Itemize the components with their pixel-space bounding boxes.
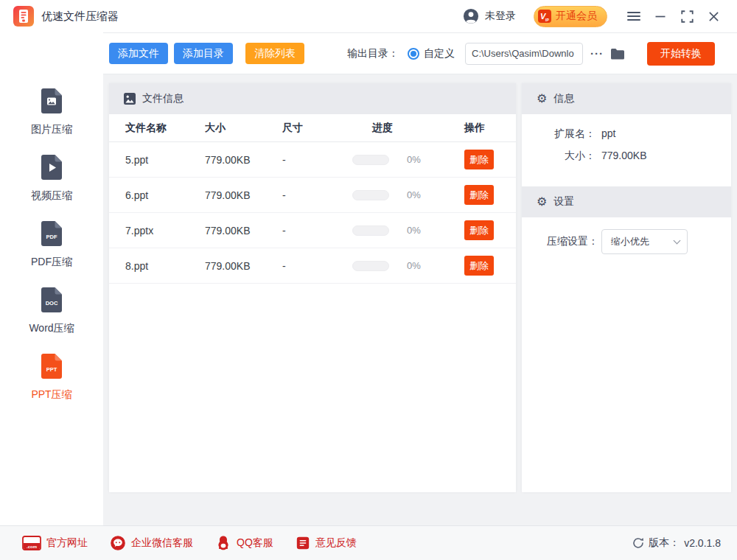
cell-dimension: - (282, 154, 352, 166)
app-title: 优速文件压缩器 (41, 10, 119, 24)
svg-text:.com: .com (27, 545, 37, 549)
version-value: v2.0.1.8 (684, 537, 721, 549)
cell-progress: 0% (352, 154, 464, 165)
progress-bar (352, 225, 389, 236)
browse-more-button[interactable]: ··· (590, 47, 604, 60)
add-directory-button[interactable]: 添加目录 (174, 43, 233, 64)
qq-service-link[interactable]: QQ客服 (215, 535, 273, 551)
footer: .com 官方网址 企业微信客服 (0, 525, 737, 560)
col-dimension: 尺寸 (282, 122, 352, 135)
official-website-link[interactable]: .com 官方网址 (22, 536, 88, 550)
close-button[interactable] (700, 5, 727, 27)
footer-link-label: QQ客服 (237, 536, 273, 550)
sidebar-item-video-compress[interactable]: 视频压缩 (31, 155, 72, 203)
open-vip-button[interactable]: V IP 开通会员 (534, 6, 607, 27)
compress-setting-row: 压缩设置： 缩小优先 (522, 229, 731, 254)
svg-text:PDF: PDF (46, 234, 57, 240)
login-status: 未登录 (485, 10, 516, 23)
window-body: 图片压缩 视频压缩 PDF (0, 32, 737, 525)
progress-bar (352, 190, 389, 200)
svg-text:DOC: DOC (46, 300, 58, 307)
footer-link-label: 官方网址 (46, 536, 88, 550)
progress-bar (352, 261, 389, 271)
table-row[interactable]: 7.pptx 779.00KB - 0% 删除 (109, 213, 516, 248)
chevron-down-icon (674, 237, 681, 245)
field-value: ppt (601, 127, 731, 141)
progress-percent: 0% (407, 154, 421, 165)
titlebar: 优速文件压缩器 未登录 V IP (0, 0, 737, 32)
settings-section-header: ⚙ 设置 (522, 186, 731, 217)
content-area: 文件信息 文件名称 大小 尺寸 进度 操作 5.ppt 779.00KB - (103, 74, 737, 525)
field-label: 扩展名： (522, 127, 595, 141)
wechat-service-link[interactable]: 企业微信客服 (110, 535, 193, 551)
maximize-button[interactable] (674, 5, 700, 27)
table-header: 文件名称 大小 尺寸 进度 操作 (109, 114, 516, 142)
image-file-icon (41, 88, 62, 116)
progress-percent: 0% (407, 260, 421, 271)
sidebar-item-label: 视频压缩 (31, 189, 72, 203)
cell-size: 779.00KB (205, 189, 282, 201)
sidebar-item-ppt-compress[interactable]: PPT PPT压缩 (31, 354, 71, 402)
compress-mode-value: 缩小优先 (611, 235, 649, 248)
toolbar: 添加文件 添加目录 清除列表 输出目录： 自定义 ··· 开始转换 (103, 32, 737, 74)
custom-radio-label: 自定义 (424, 47, 455, 60)
delete-button[interactable]: 删除 (464, 150, 494, 169)
sidebar-item-image-compress[interactable]: 图片压缩 (31, 88, 72, 136)
vip-button-label: 开通会员 (556, 10, 597, 23)
minimize-button[interactable] (647, 5, 674, 27)
add-file-button[interactable]: 添加文件 (109, 43, 168, 64)
video-file-icon (41, 155, 62, 183)
cell-progress: 0% (352, 189, 464, 200)
table-row[interactable]: 5.ppt 779.00KB - 0% 删除 (109, 142, 516, 178)
main-area: 添加文件 添加目录 清除列表 输出目录： 自定义 ··· 开始转换 (103, 32, 737, 525)
cell-dimension: - (282, 225, 352, 237)
version-info: 版本： v2.0.1.8 (632, 536, 721, 550)
delete-button[interactable]: 删除 (464, 185, 494, 205)
col-size: 大小 (205, 122, 282, 135)
svg-text:IP: IP (545, 18, 549, 22)
footer-link-label: 意见反馈 (315, 536, 357, 550)
file-info-panel: 文件信息 文件名称 大小 尺寸 进度 操作 5.ppt 779.00KB - (109, 83, 516, 492)
output-directory-group: 输出目录： 自定义 ··· (347, 43, 625, 65)
footer-link-label: 企业微信客服 (131, 536, 193, 550)
sidebar-item-label: PDF压缩 (31, 256, 72, 269)
compress-setting-label: 压缩设置： (522, 235, 598, 248)
sidebar-item-word-compress[interactable]: DOC Word压缩 (29, 287, 74, 335)
output-path-input[interactable] (465, 43, 583, 65)
cell-filename: 5.ppt (125, 154, 205, 166)
info-field-extension: 扩展名： ppt (522, 127, 731, 141)
qq-icon (215, 535, 231, 551)
ppt-file-icon: PPT (41, 354, 62, 382)
field-label: 大小： (522, 150, 595, 163)
settings-body: 压缩设置： 缩小优先 (522, 217, 731, 254)
cell-operation: 删除 (464, 256, 516, 276)
cell-filename: 7.pptx (125, 225, 205, 237)
wechat-icon (110, 535, 126, 551)
gear-icon: ⚙ (537, 196, 547, 208)
login-button[interactable]: 未登录 (463, 8, 516, 24)
table-row[interactable]: 8.ppt 779.00KB - 0% 删除 (109, 248, 516, 284)
sidebar-item-label: 图片压缩 (31, 123, 72, 136)
settings-title: 设置 (553, 195, 574, 209)
feedback-link[interactable]: 意见反馈 (296, 536, 357, 550)
picture-icon (124, 93, 136, 105)
sidebar-item-pdf-compress[interactable]: PDF PDF压缩 (31, 221, 72, 269)
app-logo-icon (13, 6, 34, 27)
clear-list-button[interactable]: 清除列表 (245, 43, 304, 64)
open-folder-button[interactable] (610, 48, 625, 60)
titlebar-right: 未登录 V IP 开通会员 (463, 5, 737, 27)
custom-radio[interactable] (408, 48, 419, 60)
user-avatar-icon (463, 8, 479, 24)
progress-percent: 0% (407, 189, 421, 200)
delete-button[interactable]: 删除 (464, 220, 494, 240)
cell-operation: 删除 (464, 220, 516, 240)
titlebar-left: 优速文件压缩器 (0, 6, 119, 27)
compress-mode-select[interactable]: 缩小优先 (601, 229, 688, 254)
start-convert-button[interactable]: 开始转换 (647, 42, 715, 66)
doc-file-icon: DOC (41, 287, 62, 315)
delete-button[interactable]: 删除 (464, 256, 494, 276)
table-row[interactable]: 6.ppt 779.00KB - 0% 删除 (109, 178, 516, 213)
menu-hamburger-icon[interactable] (621, 5, 647, 27)
cell-size: 779.00KB (205, 154, 282, 166)
cell-progress: 0% (352, 225, 464, 236)
